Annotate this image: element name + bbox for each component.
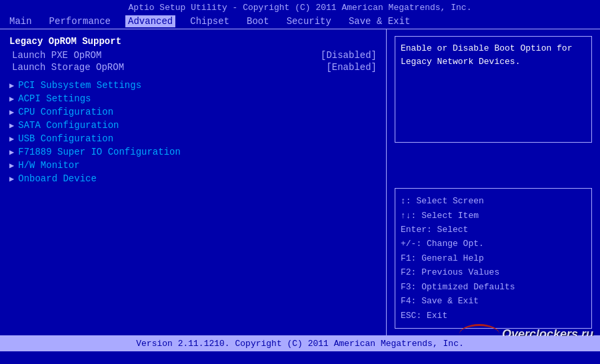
menu-option[interactable]: ▶USB Configuration <box>9 132 377 145</box>
menu-item-chipset[interactable]: Chipset <box>187 15 232 27</box>
footer: Version 2.11.1210. Copyright (C) 2011 Am… <box>0 336 600 351</box>
setting-value: [Disabled] <box>321 50 377 61</box>
setting-row: Launch Storage OpROM[Enabled] <box>9 61 377 73</box>
arrow-icon: ▶ <box>9 81 14 91</box>
arrow-icon: ▶ <box>9 94 14 104</box>
key-hint: +/-: Change Opt. <box>401 237 586 251</box>
option-label: H/W Monitor <box>18 160 79 171</box>
menu-option[interactable]: ▶F71889 Super IO Configuration <box>9 145 377 159</box>
option-label: SATA Configuration <box>18 120 119 131</box>
arrow-icon: ▶ <box>9 107 14 117</box>
title-text: Aptio Setup Utility - Copyright (C) 2011… <box>129 3 472 13</box>
menu-item-boot[interactable]: Boot <box>244 15 272 27</box>
menu-option[interactable]: ▶Onboard Device <box>9 172 377 185</box>
menu-bar: MainPerformanceAdvancedChipsetBootSecuri… <box>0 14 600 29</box>
key-hint: F4: Save & Exit <box>401 294 586 308</box>
right-panel: Enable or Disable Boot Option for Legacy… <box>387 29 600 335</box>
key-hint: ↑↓: Select Item <box>401 209 586 223</box>
setting-value: [Enabled] <box>326 62 377 73</box>
menu-options-container: ▶PCI Subsystem Settings▶ACPI Settings▶CP… <box>9 79 377 185</box>
key-hint: F3: Optimized Defaults <box>401 280 586 294</box>
key-hint: F2: Previous Values <box>401 265 586 279</box>
arrow-icon: ▶ <box>9 161 14 171</box>
menu-item-advanced[interactable]: Advanced <box>125 15 175 27</box>
key-hint: ↕: Select Screen <box>401 194 586 208</box>
option-label: Onboard Device <box>18 173 97 184</box>
menu-item-main[interactable]: Main <box>7 15 35 27</box>
key-hint: Enter: Select <box>401 223 586 237</box>
help-text: Enable or Disable Boot Option for Legacy… <box>395 36 592 143</box>
menu-item-performance[interactable]: Performance <box>47 15 113 27</box>
setting-label: Launch PXE OpROM <box>12 50 101 61</box>
footer-text: Version 2.11.1210. Copyright (C) 2011 Am… <box>136 339 463 349</box>
option-label: PCI Subsystem Settings <box>18 80 141 91</box>
menu-option[interactable]: ▶ACPI Settings <box>9 92 377 105</box>
menu-item-save--exit[interactable]: Save & Exit <box>346 15 413 27</box>
menu-option[interactable]: ▶CPU Configuration <box>9 105 377 119</box>
menu-option[interactable]: ▶PCI Subsystem Settings <box>9 79 377 92</box>
setting-row: Launch PXE OpROM[Disabled] <box>9 49 377 61</box>
menu-option[interactable]: ▶SATA Configuration <box>9 119 377 132</box>
settings-container: Launch PXE OpROM[Disabled]Launch Storage… <box>9 49 377 73</box>
arrow-icon: ▶ <box>9 134 14 144</box>
option-label: ACPI Settings <box>18 93 91 104</box>
key-hint: F1: General Help <box>401 251 586 265</box>
section-title: Legacy OpROM Support <box>9 36 377 47</box>
option-label: USB Configuration <box>18 133 113 144</box>
title-bar: Aptio Setup Utility - Copyright (C) 2011… <box>0 0 600 14</box>
menu-item-security[interactable]: Security <box>284 15 334 27</box>
menu-option[interactable]: ▶H/W Monitor <box>9 159 377 172</box>
divider <box>9 73 377 79</box>
main-content: Legacy OpROM Support Launch PXE OpROM[Di… <box>0 29 600 336</box>
arrow-icon: ▶ <box>9 147 14 157</box>
arrow-icon: ▶ <box>9 174 14 184</box>
left-panel: Legacy OpROM Support Launch PXE OpROM[Di… <box>0 29 387 335</box>
option-label: CPU Configuration <box>18 107 113 117</box>
key-hint: ESC: Exit <box>401 309 586 323</box>
setting-label: Launch Storage OpROM <box>12 62 124 73</box>
key-hints: ↕: Select Screen↑↓: Select ItemEnter: Se… <box>395 188 592 329</box>
option-label: F71889 Super IO Configuration <box>18 147 181 157</box>
arrow-icon: ▶ <box>9 121 14 131</box>
